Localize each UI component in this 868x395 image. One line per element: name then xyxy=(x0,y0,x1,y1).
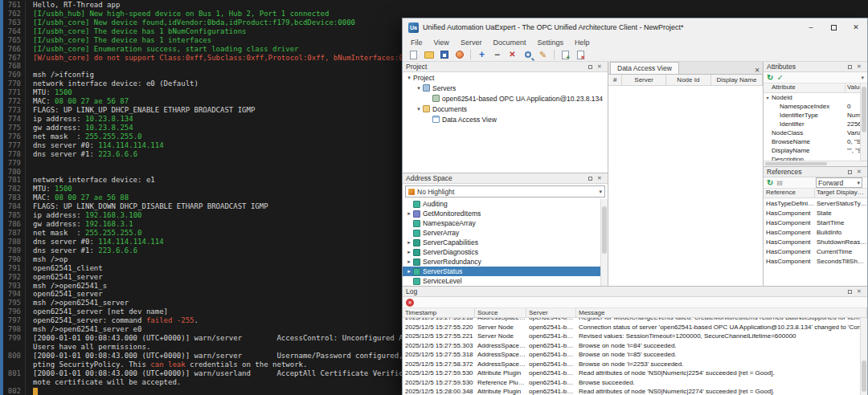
reference-row[interactable]: HasComponentBuildInfo xyxy=(764,227,867,237)
menu-help[interactable]: Help xyxy=(569,39,596,47)
options-button[interactable]: ▾ xyxy=(861,75,864,80)
log-row[interactable]: 2025/12/5 15:27:55.221Server Nodeopen625… xyxy=(403,332,867,341)
address-space-item[interactable]: ▸ServerRedundancy xyxy=(403,257,608,267)
address-space-scrollbar[interactable] xyxy=(600,199,608,286)
close-panel-button[interactable]: ✕ xyxy=(595,175,604,181)
log-row[interactable]: 2025/12/5 15:27:59.530Reference Pluginop… xyxy=(403,378,867,388)
close-tab-button[interactable]: ✕ xyxy=(751,67,763,74)
attributes-hscrollbar[interactable] xyxy=(764,161,867,166)
address-space-item[interactable]: ServerArray xyxy=(403,228,608,238)
refresh-button[interactable]: ↻ xyxy=(767,74,773,82)
address-space-item[interactable]: NamespaceArray xyxy=(403,218,608,228)
attribute-row[interactable]: BrowseName0, "ServerStatus" xyxy=(764,137,867,146)
reference-row[interactable]: HasComponentState xyxy=(764,208,867,218)
float-panel-button[interactable] xyxy=(845,170,854,174)
close-panel-button[interactable]: ✕ xyxy=(854,63,864,70)
float-panel-button[interactable] xyxy=(585,65,595,69)
column-header[interactable]: # xyxy=(608,75,622,85)
expander-icon[interactable]: ▸ xyxy=(405,268,413,275)
column-header[interactable]: Timestamp xyxy=(403,308,475,317)
address-space-item[interactable]: ServiceLevel xyxy=(403,276,608,286)
menu-document[interactable]: Document xyxy=(487,39,531,47)
scrollbar-thumb[interactable] xyxy=(765,162,827,165)
log-row[interactable]: 2025/12/5 15:27:55.220Server Nodeopen625… xyxy=(403,323,867,332)
log-scrollbar[interactable] xyxy=(860,318,867,395)
attribute-row[interactable]: ▾NodeId xyxy=(764,93,867,102)
attribute-row[interactable]: IdentifierTypeNumeric xyxy=(764,111,867,120)
project-tree-item[interactable]: Data Access View xyxy=(403,114,608,124)
project-tree-item[interactable]: ▾Servers xyxy=(403,83,608,93)
log-row[interactable]: 2025/12/5 15:27:55.303AddressSpaceModelo… xyxy=(403,341,867,351)
clear-log-button[interactable]: ✕ xyxy=(406,299,414,307)
log-row[interactable]: 2025/12/5 15:27:59.530Attribute Pluginop… xyxy=(403,369,867,378)
expander-icon[interactable]: ▾ xyxy=(405,75,413,81)
save-project-button[interactable] xyxy=(437,49,451,61)
address-space-item[interactable]: ▸ServerDiagnostics xyxy=(403,247,608,257)
menu-file[interactable]: File xyxy=(405,39,428,47)
reference-row[interactable]: HasComponentStartTime xyxy=(764,218,867,227)
attribute-row[interactable]: NodeClassVariable xyxy=(764,128,867,137)
scrollbar-thumb[interactable] xyxy=(862,87,866,133)
new-project-button[interactable] xyxy=(407,49,420,61)
title-bar[interactable]: Ua Unified Automation UaExpert - The OPC… xyxy=(403,18,867,36)
close-button[interactable]: ✕ xyxy=(845,18,867,36)
attribute-row[interactable]: Identifier2256 xyxy=(764,120,867,128)
column-header[interactable]: Reference xyxy=(764,189,815,198)
column-header[interactable]: Target DisplayName xyxy=(815,189,867,198)
column-header[interactable]: Server xyxy=(526,308,576,317)
reference-row[interactable]: HasComponentCurrentTime xyxy=(764,246,867,256)
add-server-button[interactable] xyxy=(475,49,489,61)
auto-update-toggle[interactable]: ✓ xyxy=(776,74,783,82)
project-tree-item[interactable]: ▾Documents xyxy=(403,104,608,114)
column-header[interactable]: Attribute xyxy=(764,83,845,92)
close-panel-button[interactable]: ✕ xyxy=(595,63,604,70)
refresh-button[interactable]: ↻ xyxy=(767,179,773,187)
float-panel-button[interactable] xyxy=(585,177,595,181)
project-tree-item[interactable]: ▾Project xyxy=(403,72,608,83)
expander-icon[interactable]: ▾ xyxy=(415,85,423,92)
application-button[interactable] xyxy=(452,49,466,61)
filter-button[interactable]: ▤ xyxy=(776,180,783,186)
log-row[interactable]: 2025/12/5 15:28:00.348Attribute Pluginop… xyxy=(403,387,867,395)
open-project-button[interactable] xyxy=(422,49,436,61)
minimize-button[interactable]: – xyxy=(800,18,822,36)
float-panel-button[interactable] xyxy=(845,65,854,69)
attribute-row[interactable]: Description xyxy=(764,155,867,161)
tab-data-access-view[interactable]: Data Access View xyxy=(610,62,679,74)
edit-button[interactable] xyxy=(536,49,550,61)
expander-icon[interactable]: ▸ xyxy=(405,239,413,246)
close-panel-button[interactable]: ✕ xyxy=(854,288,864,295)
address-space-item[interactable]: ▸ServerCapabilities xyxy=(403,238,608,247)
scrollbar-thumb[interactable] xyxy=(862,360,866,392)
column-header[interactable]: Display Name xyxy=(711,75,763,85)
maximize-button[interactable] xyxy=(822,18,845,36)
attribute-row[interactable]: DisplayName"", "ServerStatus" xyxy=(764,146,867,155)
menu-settings[interactable]: Settings xyxy=(531,39,569,47)
column-header[interactable]: Message xyxy=(576,308,867,317)
address-space-item[interactable]: ▸ServerStatus xyxy=(403,267,608,276)
float-panel-button[interactable] xyxy=(845,290,854,294)
expander-icon[interactable]: ▸ xyxy=(405,259,413,265)
address-space-item[interactable]: Auditing xyxy=(403,199,608,209)
reference-row[interactable]: HasComponentShutdownReason xyxy=(764,237,867,246)
column-header[interactable]: Server xyxy=(622,75,665,85)
expander-icon[interactable]: ▸ xyxy=(405,210,413,217)
find-button[interactable] xyxy=(521,49,534,61)
add-document-button[interactable] xyxy=(559,49,572,61)
column-header[interactable]: Node Id xyxy=(666,75,711,85)
log-row[interactable]: 2025/12/5 15:27:55.318AddressSpaceModelo… xyxy=(403,350,867,360)
highlight-dropdown[interactable]: No Highlight ▾ xyxy=(405,185,605,198)
menu-view[interactable]: View xyxy=(428,39,455,47)
reference-row[interactable]: HasComponentSecondsTillShutdown xyxy=(764,256,867,266)
reference-row[interactable]: HasTypeDefinitionServerStatusType xyxy=(764,198,867,208)
attribute-row[interactable]: NamespaceIndex0 xyxy=(764,102,867,111)
attributes-scrollbar[interactable] xyxy=(860,83,867,161)
expander-icon[interactable]: ▾ xyxy=(415,106,423,112)
expander-icon[interactable]: ▸ xyxy=(405,249,413,255)
delete-button[interactable] xyxy=(506,49,519,61)
address-space-item[interactable]: ▸GetMonitoredItems xyxy=(403,209,608,218)
log-row[interactable]: 2025/12/5 15:27:58.372AddressSpaceModelo… xyxy=(403,360,867,369)
column-header[interactable]: Source xyxy=(475,308,526,317)
direction-dropdown[interactable]: Forward ▾ xyxy=(816,177,862,188)
menu-server[interactable]: Server xyxy=(455,39,488,47)
